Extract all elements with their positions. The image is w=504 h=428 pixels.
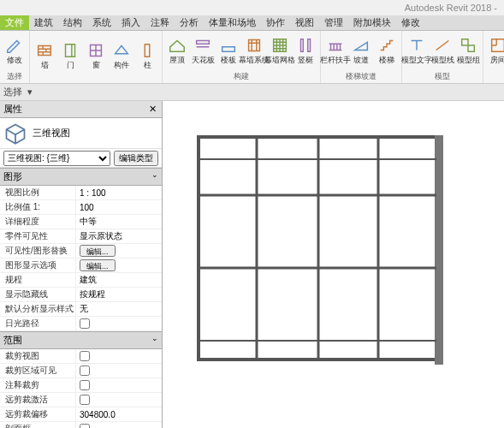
ribbon-墙[interactable]: 墙 xyxy=(33,41,56,71)
prop-value[interactable]: 编辑... xyxy=(75,244,162,258)
prop-key: 默认分析显示样式 xyxy=(0,302,75,316)
quick-access-bar: 选择 ▾ xyxy=(0,84,504,101)
prop-section-范围[interactable]: 范围⌄ xyxy=(0,331,162,349)
prop-value[interactable] xyxy=(75,317,162,330)
tab-体量和场地[interactable]: 体量和场地 xyxy=(204,15,261,30)
prop-row[interactable]: 详细程度中等 xyxy=(0,215,162,229)
type-selector[interactable]: 三维视图 xyxy=(0,118,162,149)
prop-key: 比例值 1: xyxy=(0,200,75,214)
prop-row[interactable]: 注释裁剪 xyxy=(0,378,162,393)
prop-value[interactable]: 无 xyxy=(75,302,162,316)
ribbon-group-label xyxy=(30,81,162,83)
prop-row[interactable]: 远剪裁激活 xyxy=(0,393,162,407)
prop-row[interactable]: 显示隐藏线按规程 xyxy=(0,288,162,302)
ribbon-门[interactable]: 门 xyxy=(58,41,82,71)
tab-系统[interactable]: 系统 xyxy=(87,15,116,30)
chevron-down-icon[interactable]: ▾ xyxy=(27,86,33,98)
ribbon-窗[interactable]: 窗 xyxy=(84,41,108,71)
prop-value[interactable] xyxy=(75,349,162,363)
prop-value[interactable]: 中等 xyxy=(75,215,162,229)
tab-协作[interactable]: 协作 xyxy=(261,15,290,30)
properties-grid: 图形⌄视图比例1 : 100比例值 1:100详细程度中等零件可见性显示原状态可… xyxy=(0,168,162,428)
ribbon-group-label: 房间和面积 xyxy=(483,70,504,83)
prop-key: 日光路径 xyxy=(0,317,75,330)
svg-rect-1 xyxy=(435,135,443,365)
prop-key: 零件可见性 xyxy=(0,229,75,243)
ribbon: 修改选择墙门窗构件柱屋顶天花板楼板幕墙系统幕墙网格竖梃构建栏杆扶手坡道楼梯楼梯坡… xyxy=(0,31,504,84)
prop-value[interactable] xyxy=(75,393,162,407)
ribbon-幕墙网格[interactable]: 幕墙网格 xyxy=(268,36,292,66)
prop-row[interactable]: 剖面框 xyxy=(0,422,162,428)
prop-value[interactable]: 建筑 xyxy=(75,273,162,287)
properties-header: 属性 ✕ xyxy=(0,101,162,118)
prop-key: 图形显示选项 xyxy=(0,259,75,272)
ribbon-天花板[interactable]: 天花板 xyxy=(191,36,215,66)
ribbon-group-label: 楼梯坡道 xyxy=(321,70,401,83)
prop-value[interactable]: 按规程 xyxy=(75,288,162,301)
prop-key: 规程 xyxy=(0,273,75,287)
ribbon-柱[interactable]: 柱 xyxy=(135,41,159,71)
prop-row[interactable]: 图形显示选项编辑... xyxy=(0,259,162,273)
tab-注释[interactable]: 注释 xyxy=(145,15,175,30)
ribbon-楼梯[interactable]: 楼梯 xyxy=(375,36,399,66)
tab-分析[interactable]: 分析 xyxy=(175,15,204,30)
viewport[interactable] xyxy=(163,101,504,428)
close-icon[interactable]: ✕ xyxy=(146,104,158,116)
prop-section-图形[interactable]: 图形⌄ xyxy=(0,168,162,186)
ribbon-group-label: 选择 xyxy=(0,70,29,83)
tab-修改[interactable]: 修改 xyxy=(396,15,425,30)
ribbon-房间[interactable]: 房间 xyxy=(486,36,504,66)
prop-row[interactable]: 裁剪区域可见 xyxy=(0,364,162,378)
prop-row[interactable]: 规程建筑 xyxy=(0,273,162,288)
select-label: 选择 xyxy=(3,86,22,98)
prop-key: 裁剪视图 xyxy=(0,349,75,363)
prop-key: 裁剪区域可见 xyxy=(0,364,75,377)
prop-value[interactable] xyxy=(75,378,162,392)
prop-row[interactable]: 比例值 1:100 xyxy=(0,200,162,215)
ribbon-幕墙系统[interactable]: 幕墙系统 xyxy=(242,36,266,66)
prop-row[interactable]: 远剪裁偏移304800.0 xyxy=(0,407,162,422)
prop-row[interactable]: 零件可见性显示原状态 xyxy=(0,229,162,244)
prop-value[interactable]: 编辑... xyxy=(75,259,162,272)
tab-建筑[interactable]: 建筑 xyxy=(29,15,58,30)
tab-管理[interactable]: 管理 xyxy=(319,15,348,30)
prop-value[interactable] xyxy=(75,422,162,428)
edit-type-button[interactable]: 编辑类型 xyxy=(114,151,158,166)
ribbon-模型线[interactable]: 模型线 xyxy=(430,36,454,66)
prop-row[interactable]: 日光路径 xyxy=(0,317,162,331)
prop-value[interactable] xyxy=(75,364,162,377)
tab-附加模块[interactable]: 附加模块 xyxy=(348,15,396,30)
ribbon-模型文字[interactable]: 模型文字 xyxy=(405,36,429,66)
ribbon-构件[interactable]: 构件 xyxy=(110,41,133,71)
prop-key: 远剪裁偏移 xyxy=(0,407,75,421)
tab-文件[interactable]: 文件 xyxy=(0,15,29,30)
ribbon-竖梃[interactable]: 竖梃 xyxy=(294,36,317,66)
prop-value[interactable]: 304800.0 xyxy=(75,407,162,421)
tab-结构[interactable]: 结构 xyxy=(58,15,87,30)
prop-value[interactable]: 显示原状态 xyxy=(75,229,162,243)
prop-key: 注释裁剪 xyxy=(0,378,75,392)
ribbon-group-label: 构建 xyxy=(163,70,320,83)
tab-bar: 文件建筑结构系统插入注释分析体量和场地协作视图管理附加模块修改 xyxy=(0,15,504,31)
prop-value[interactable]: 100 xyxy=(75,200,162,214)
ribbon-模型组[interactable]: 模型组 xyxy=(456,36,480,66)
ribbon-修改[interactable]: 修改 xyxy=(3,36,27,66)
ribbon-楼板[interactable]: 楼板 xyxy=(216,36,240,66)
instance-selector[interactable]: 三维视图: {三维} xyxy=(3,151,110,166)
tab-视图[interactable]: 视图 xyxy=(290,15,319,30)
prop-key: 显示隐藏线 xyxy=(0,288,75,301)
curtain-wall xyxy=(197,135,445,366)
prop-row[interactable]: 可见性/图形替换编辑... xyxy=(0,244,162,259)
app-title: Autodesk Revit 2018 - xyxy=(405,3,497,13)
prop-key: 可见性/图形替换 xyxy=(0,244,75,258)
prop-key: 视图比例 xyxy=(0,186,75,199)
prop-row[interactable]: 视图比例1 : 100 xyxy=(0,186,162,200)
prop-row[interactable]: 裁剪视图 xyxy=(0,349,162,364)
prop-key: 远剪裁激活 xyxy=(0,393,75,407)
ribbon-坡道[interactable]: 坡道 xyxy=(349,36,373,66)
prop-row[interactable]: 默认分析显示样式无 xyxy=(0,302,162,317)
ribbon-屋顶[interactable]: 屋顶 xyxy=(165,36,189,66)
ribbon-栏杆扶手[interactable]: 栏杆扶手 xyxy=(323,36,347,66)
prop-value[interactable]: 1 : 100 xyxy=(75,186,162,199)
tab-插入[interactable]: 插入 xyxy=(116,15,145,30)
